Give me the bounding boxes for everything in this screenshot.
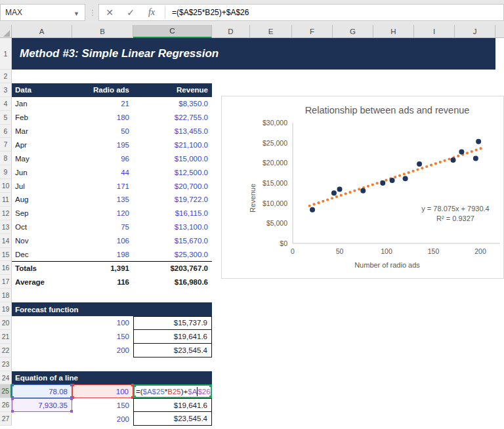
- slope-cell[interactable]: 78.08: [12, 384, 72, 398]
- cell-ads[interactable]: 96: [72, 152, 133, 165]
- column-header-A[interactable]: A: [12, 25, 72, 38]
- row-header-4[interactable]: 4: [0, 97, 12, 111]
- name-box[interactable]: MAX ▼: [0, 4, 85, 21]
- cell-ads[interactable]: 198: [72, 248, 133, 262]
- row-header-21[interactable]: 21: [0, 330, 12, 344]
- cell-month[interactable]: Sep: [12, 207, 72, 220]
- row-header-19[interactable]: 19: [0, 302, 12, 316]
- row-header-13[interactable]: 13: [0, 220, 12, 234]
- cell-revenue[interactable]: $12,500.0: [133, 165, 212, 179]
- row-header-14[interactable]: 14: [0, 234, 12, 248]
- row-header-12[interactable]: 12: [0, 207, 12, 220]
- equation-ads[interactable]: 200: [72, 412, 133, 426]
- row-header-7[interactable]: 7: [0, 138, 12, 152]
- cell-revenue[interactable]: $13,455.0: [133, 125, 212, 138]
- forecast-ads[interactable]: 150: [72, 330, 133, 344]
- row-header-3[interactable]: 3: [0, 83, 12, 97]
- cell-ads[interactable]: 21: [72, 97, 133, 111]
- formula-input[interactable]: =($A$25*B25)+$A$26: [168, 8, 249, 17]
- cell-revenue[interactable]: $13,100.0: [133, 220, 212, 234]
- cell-month[interactable]: Nov: [12, 234, 72, 248]
- equation-value[interactable]: $23,545.4: [133, 412, 212, 426]
- row-header-24[interactable]: 24: [0, 371, 12, 385]
- row-header-16[interactable]: 16: [0, 261, 12, 275]
- cell-month[interactable]: Mar: [12, 125, 72, 138]
- cancel-icon[interactable]: ✕: [99, 7, 120, 18]
- cell-ads[interactable]: 195: [72, 138, 133, 152]
- formula-bar[interactable]: ✕ ✓ fx =($A$25*B25)+$A$26: [98, 4, 504, 21]
- row-header-26[interactable]: 26: [0, 398, 12, 412]
- column-header-F[interactable]: F: [292, 25, 333, 38]
- cell-revenue[interactable]: $20,700.0: [133, 179, 212, 193]
- cell-month[interactable]: Apr: [12, 138, 72, 152]
- row-header-9[interactable]: 9: [0, 165, 12, 179]
- cell-revenue[interactable]: $25,300.0: [133, 248, 212, 262]
- insert-function-icon[interactable]: fx: [141, 7, 162, 18]
- forecast-value[interactable]: $19,641.6: [133, 330, 212, 344]
- cell-ads[interactable]: 135: [72, 193, 133, 207]
- formula-edit-cell[interactable]: =($A$25*B25)+$A$26: [133, 384, 212, 398]
- cell-revenue[interactable]: $19,722.0: [133, 193, 212, 207]
- column-header-D[interactable]: D: [212, 25, 250, 38]
- row-header-11[interactable]: 11: [0, 193, 12, 207]
- cell-ads[interactable]: 171: [72, 179, 133, 193]
- forecast-ads[interactable]: 100: [72, 316, 133, 330]
- row-header-2[interactable]: 2: [0, 70, 12, 83]
- row-header-22[interactable]: 22: [0, 344, 12, 358]
- average-ads[interactable]: 116: [72, 275, 133, 289]
- row-header-8[interactable]: 8: [0, 152, 12, 165]
- equation-ads[interactable]: 150: [72, 398, 133, 412]
- row-header-18[interactable]: 18: [0, 289, 12, 302]
- forecast-ads[interactable]: 200: [72, 344, 133, 358]
- column-header-J[interactable]: J: [455, 25, 495, 38]
- average-revenue[interactable]: $16,980.6: [133, 275, 212, 289]
- cell-revenue[interactable]: $15,000.0: [133, 152, 212, 165]
- cell-ads[interactable]: 75: [72, 220, 133, 234]
- cell-month[interactable]: May: [12, 152, 72, 165]
- cell-month[interactable]: Jul: [12, 179, 72, 193]
- cell-month[interactable]: Jun: [12, 165, 72, 179]
- row-header-25[interactable]: 25: [0, 384, 12, 398]
- cell-month[interactable]: Dec: [12, 248, 72, 262]
- row-header-1[interactable]: 1: [0, 38, 12, 70]
- row-header-17[interactable]: 17: [0, 275, 12, 289]
- totals-ads[interactable]: 1,391: [72, 261, 133, 275]
- enter-icon[interactable]: ✓: [120, 7, 141, 18]
- cell-month[interactable]: Oct: [12, 220, 72, 234]
- row-header-10[interactable]: 10: [0, 179, 12, 193]
- row-header-20[interactable]: 20: [0, 316, 12, 330]
- row-header-5[interactable]: 5: [0, 111, 12, 125]
- column-header-C[interactable]: C: [133, 25, 212, 38]
- name-box-dropdown-icon[interactable]: ▼: [74, 10, 79, 17]
- row-header-6[interactable]: 6: [0, 125, 12, 138]
- cell-revenue[interactable]: $22,755.0: [133, 111, 212, 125]
- forecast-value[interactable]: $15,737.9: [133, 316, 212, 330]
- cell-month[interactable]: Aug: [12, 193, 72, 207]
- column-header-B[interactable]: B: [72, 25, 133, 38]
- row-header-27[interactable]: 27: [0, 412, 12, 426]
- totals-revenue[interactable]: $203,767.0: [133, 261, 212, 275]
- cell-revenue[interactable]: $8,350.0: [133, 97, 212, 111]
- equation-ads[interactable]: 100: [72, 384, 133, 398]
- cell-month[interactable]: Feb: [12, 111, 72, 125]
- intercept-cell[interactable]: 7,930.35: [12, 398, 72, 412]
- cell-ads[interactable]: 50: [72, 125, 133, 138]
- cell-ads[interactable]: 120: [72, 207, 133, 220]
- cell-revenue[interactable]: $21,100.0: [133, 138, 212, 152]
- column-header-I[interactable]: I: [414, 25, 455, 38]
- column-header-E[interactable]: E: [250, 25, 292, 38]
- forecast-value[interactable]: $23,545.4: [133, 344, 212, 358]
- row-header-15[interactable]: 15: [0, 248, 12, 262]
- column-header-G[interactable]: G: [333, 25, 373, 38]
- column-header-H[interactable]: H: [373, 25, 414, 38]
- equation-value[interactable]: $19,641.6: [133, 398, 212, 412]
- row-header-23[interactable]: 23: [0, 358, 12, 371]
- cell-ads[interactable]: 180: [72, 111, 133, 125]
- cell-ads[interactable]: 44: [72, 165, 133, 179]
- cell-month[interactable]: Jan: [12, 97, 72, 111]
- select-all-corner[interactable]: [0, 25, 12, 38]
- cell-revenue[interactable]: $16,115.0: [133, 207, 212, 220]
- cell-revenue[interactable]: $15,670.0: [133, 234, 212, 248]
- scatter-chart[interactable]: Relationship between ads and revenue$0$5…: [221, 96, 504, 279]
- cell-ads[interactable]: 106: [72, 234, 133, 248]
